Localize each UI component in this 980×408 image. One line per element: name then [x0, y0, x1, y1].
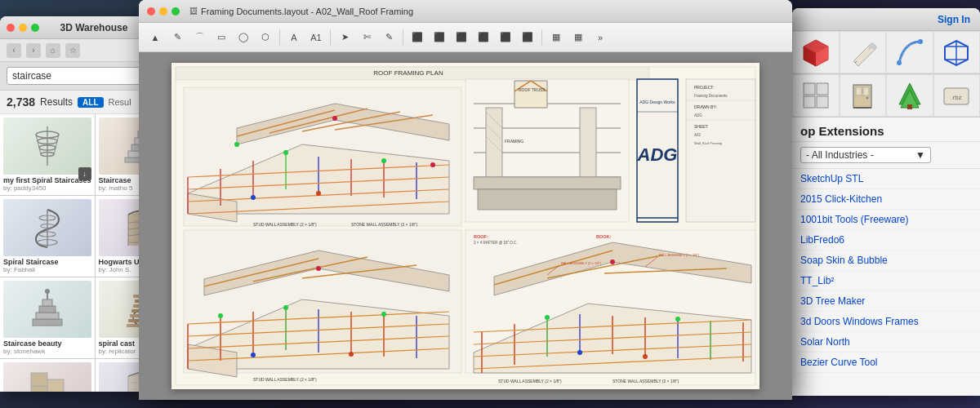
pencil-tool[interactable]: ✎ — [167, 28, 187, 47]
dropdown-arrow-icon: ▼ — [915, 149, 925, 161]
ext-icon-cell[interactable] — [792, 74, 840, 117]
svg-point-162 — [577, 350, 582, 355]
ext-icon-cell[interactable] — [886, 31, 933, 73]
list-item[interactable]: 3d Doors Windows Frames — [792, 312, 980, 332]
rect-tool[interactable]: ▭ — [212, 28, 231, 47]
staircase-icon — [28, 206, 67, 249]
svg-point-134 — [283, 305, 288, 310]
polygon-tool[interactable]: ⬡ — [256, 28, 275, 47]
item-label: Staircase beauty — [3, 339, 91, 348]
download-button[interactable]: ↓ — [78, 167, 91, 180]
ext-icon-cell[interactable]: .rbz — [933, 74, 981, 117]
back-button[interactable]: ‹ — [7, 43, 21, 58]
align-center[interactable]: ⬛ — [430, 28, 449, 47]
close-dot[interactable] — [147, 7, 155, 16]
svg-point-194 — [866, 97, 869, 100]
list-item[interactable]: Bezier Curve Tool — [792, 353, 980, 373]
svg-rect-41 — [31, 386, 47, 392]
list-item[interactable]: Spiral Staircase by: Fabhali — [0, 196, 95, 277]
minimize-dot[interactable] — [19, 24, 27, 32]
list-item[interactable]: Solar North — [792, 332, 980, 353]
circle-tool[interactable]: ◯ — [234, 28, 253, 47]
ext-icon-cell[interactable] — [933, 31, 981, 73]
list-item[interactable]: 1001bit Tools (Freeware) — [792, 210, 980, 230]
toolbar-separator — [403, 29, 403, 46]
item-author: by: stonehawk — [3, 348, 91, 355]
industry-filter[interactable]: - All Industries - ▼ — [800, 147, 931, 163]
toolbar-separator — [541, 29, 542, 46]
window-controls — [7, 24, 39, 32]
results-suffix: Resul — [109, 97, 131, 107]
all-tag[interactable]: ALL — [78, 97, 103, 108]
align-middle[interactable]: ⬛ — [496, 28, 515, 47]
maximize-dot[interactable] — [31, 24, 39, 32]
ext-icon-cell[interactable] — [840, 74, 887, 117]
scissors-tool[interactable]: ✄ — [357, 28, 376, 47]
layout-title-text: Framing Documents.layout - A02_Wall_Roof… — [201, 7, 413, 16]
sign-in-button[interactable]: Sign In — [938, 14, 970, 25]
svg-rect-92 — [474, 177, 621, 189]
align-top[interactable]: ⬛ — [474, 28, 493, 47]
staircase-icon — [28, 370, 67, 392]
toolbar-separator — [330, 29, 331, 46]
svg-rect-191 — [856, 87, 862, 95]
list-item[interactable]: 3D Tree Maker — [792, 291, 980, 312]
text-tool[interactable]: A — [284, 28, 304, 47]
select-tool[interactable]: ▲ — [145, 28, 165, 47]
align-right[interactable]: ⬛ — [452, 28, 471, 47]
more-tools[interactable]: » — [590, 28, 610, 47]
text-box-tool[interactable]: A1 — [306, 28, 326, 47]
list-item[interactable]: Right Angle Staircase by: John F. — [0, 359, 95, 392]
svg-rect-43 — [31, 373, 47, 386]
extensions-filter[interactable]: - All Industries - ▼ — [792, 142, 980, 169]
align-bottom[interactable]: ⬛ — [518, 28, 537, 47]
arc-tool[interactable]: ⌒ — [189, 28, 209, 47]
svg-rect-192 — [863, 87, 869, 95]
table-tool[interactable]: ▦ — [546, 28, 566, 47]
item-author: by: Fabhali — [3, 266, 91, 273]
svg-text:ROOF:: ROOF: — [474, 234, 488, 239]
svg-text:2 × 4 RAFTER @ 16" O.C.: 2 × 4 RAFTER @ 16" O.C. — [474, 241, 518, 245]
svg-rect-90 — [486, 108, 502, 177]
extensions-title: op Extensions — [792, 118, 980, 142]
move-tool[interactable]: ➤ — [335, 28, 354, 47]
extension-icons-row2: .rbz — [792, 74, 980, 118]
align-left[interactable]: ⬛ — [408, 28, 427, 47]
item-thumbnail — [3, 118, 91, 175]
close-dot[interactable] — [7, 24, 15, 32]
svg-text:ADG: ADG — [637, 144, 678, 165]
paint-tool[interactable]: ✎ — [379, 28, 399, 47]
svg-point-159 — [545, 315, 550, 320]
svg-rect-186 — [804, 83, 815, 95]
svg-text:STUD WALL ASSEMBLY (2 × 1/8"): STUD WALL ASSEMBLY (2 × 1/8") — [498, 379, 562, 384]
list-item[interactable]: LibFredo6 — [792, 230, 980, 251]
svg-point-137 — [251, 353, 256, 357]
list-item[interactable]: 2015 Click-Kitchen — [792, 189, 980, 210]
svg-text:STUD WALL ASSEMBLY (2 × 1/8"): STUD WALL ASSEMBLY (2 × 1/8") — [253, 377, 317, 382]
minimize-dot[interactable] — [159, 7, 167, 16]
list-item[interactable]: SketchUp STL — [792, 169, 980, 189]
ext-icon-cell[interactable] — [840, 31, 887, 73]
list-item[interactable]: ↓ my first Spiral Staircases by: paddy34… — [0, 114, 95, 195]
svg-text:STONE WALL ASSEMBLY (2 × 1/8"): STONE WALL ASSEMBLY (2 × 1/8") — [351, 222, 418, 227]
svg-point-74 — [283, 150, 288, 155]
star-button[interactable]: ☆ — [65, 43, 80, 58]
warehouse-title: 3D Warehouse — [60, 22, 128, 33]
svg-text:STUD WALL ASSEMBLY (2 × 1/8"): STUD WALL ASSEMBLY (2 × 1/8") — [253, 222, 317, 227]
list-item[interactable]: Soap Skin & Bubble — [792, 251, 980, 271]
staircase-icon — [28, 125, 67, 167]
list-item[interactable]: Staircase beauty by: stonehawk — [0, 277, 95, 358]
ext-icon-cell[interactable] — [886, 74, 933, 117]
svg-point-78 — [251, 195, 256, 200]
extension-name: Soap Skin & Bubble — [800, 255, 888, 266]
list-item[interactable]: TT_Lib² — [792, 271, 980, 291]
ext-icon-cell[interactable] — [792, 31, 840, 73]
maximize-dot[interactable] — [172, 7, 180, 16]
layout-panel: 🖼 Framing Documents.layout - A02_Wall_Ro… — [139, 0, 792, 400]
forward-button[interactable]: › — [26, 43, 41, 58]
svg-text:Framing Documents: Framing Documents — [694, 94, 728, 98]
svg-point-77 — [430, 162, 435, 167]
item-thumbnail — [3, 362, 91, 392]
chart-tool[interactable]: ▦ — [568, 28, 588, 47]
home-button[interactable]: ⌂ — [46, 43, 60, 58]
